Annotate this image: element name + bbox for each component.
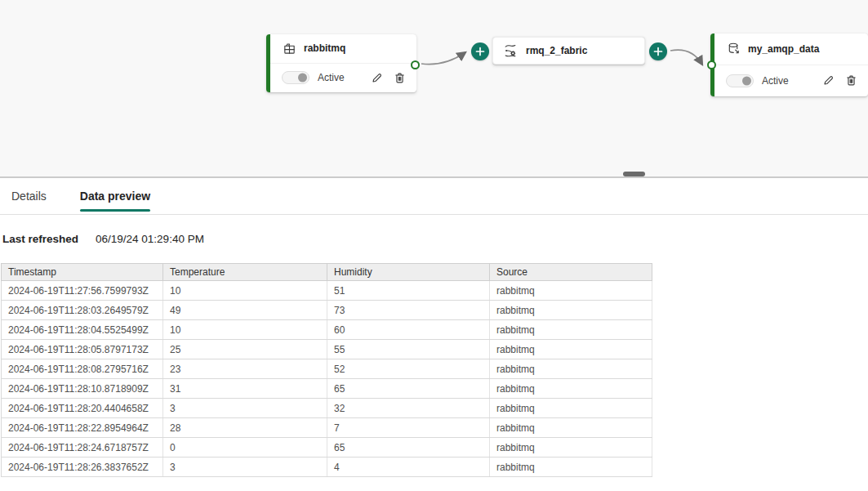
- cell-temperature: 3: [163, 458, 327, 477]
- table-row: 2024-06-19T11:28:03.2649579Z 49 73 rabbi…: [2, 301, 652, 320]
- delete-icon[interactable]: [844, 74, 858, 88]
- destination-node-my-amqp-data[interactable]: my_amqp_data Active: [710, 33, 868, 96]
- cell-source: rabbitmq: [490, 320, 652, 340]
- toggle-knob: [742, 76, 751, 85]
- rabbitmq-source-icon: [282, 41, 296, 56]
- cell-timestamp: 2024-06-19T11:28:03.2649579Z: [2, 301, 163, 320]
- cell-temperature: 10: [163, 281, 327, 301]
- last-refreshed-row: Last refreshed 06/19/24 01:29:40 PM: [2, 233, 204, 245]
- cell-source: rabbitmq: [490, 281, 652, 301]
- cell-source: rabbitmq: [490, 458, 652, 477]
- cell-humidity: 55: [327, 340, 490, 359]
- toggle-knob: [298, 74, 307, 83]
- panel-resize-handle[interactable]: [623, 172, 645, 176]
- eventstream-icon: [503, 43, 518, 58]
- status-label: Active: [318, 72, 345, 83]
- cell-timestamp: 2024-06-19T11:28:05.8797173Z: [2, 340, 163, 359]
- table-row: 2024-06-19T11:28:08.2795716Z 23 52 rabbi…: [2, 359, 652, 379]
- table-row: 2024-06-19T11:28:10.8718909Z 31 65 rabbi…: [2, 379, 652, 399]
- cell-humidity: 60: [327, 320, 490, 340]
- database-destination-icon: [726, 42, 741, 56]
- cell-timestamp: 2024-06-19T11:28:08.2795716Z: [2, 359, 163, 379]
- table-row: 2024-06-19T11:28:20.4404658Z 3 32 rabbit…: [2, 399, 652, 418]
- cell-humidity: 52: [327, 359, 490, 379]
- eventstream-page: rabbitmq Active: [0, 0, 868, 491]
- node-title: my_amqp_data: [748, 43, 819, 55]
- column-header-source: Source: [490, 264, 652, 281]
- cell-timestamp: 2024-06-19T11:28:22.8954964Z: [2, 418, 163, 438]
- flow-canvas[interactable]: rabbitmq Active: [0, 0, 868, 176]
- last-refreshed-label: Last refreshed: [2, 233, 78, 245]
- edit-icon[interactable]: [821, 74, 835, 88]
- cell-temperature: 3: [163, 399, 327, 418]
- edge-source-to-plus: [421, 52, 465, 65]
- cell-temperature: 10: [163, 320, 327, 340]
- cell-timestamp: 2024-06-19T11:28:26.3837652Z: [2, 458, 163, 477]
- cell-timestamp: 2024-06-19T11:28:24.6718757Z: [2, 438, 163, 458]
- table-row: 2024-06-19T11:27:56.7599793Z 10 51 rabbi…: [2, 281, 652, 301]
- cell-source: rabbitmq: [490, 379, 652, 399]
- tab-data-preview[interactable]: Data preview: [80, 178, 150, 214]
- source-output-port[interactable]: [411, 60, 420, 69]
- plus-icon: [653, 47, 663, 56]
- cell-timestamp: 2024-06-19T11:28:04.5525499Z: [2, 320, 163, 340]
- cell-source: rabbitmq: [490, 438, 652, 458]
- cell-humidity: 7: [327, 418, 490, 438]
- table-row: 2024-06-19T11:28:04.5525499Z 10 60 rabbi…: [2, 320, 652, 340]
- cell-source: rabbitmq: [490, 340, 652, 359]
- cell-timestamp: 2024-06-19T11:28:10.8718909Z: [2, 379, 163, 399]
- source-node-rabbitmq[interactable]: rabbitmq Active: [266, 34, 416, 92]
- cell-timestamp: 2024-06-19T11:27:56.7599793Z: [2, 281, 163, 301]
- table-header-row: Timestamp Temperature Humidity Source: [2, 264, 652, 281]
- active-toggle[interactable]: [726, 74, 754, 87]
- cell-temperature: 49: [163, 301, 327, 320]
- column-header-temperature: Temperature: [163, 264, 327, 281]
- cell-humidity: 65: [327, 379, 490, 399]
- cell-source: rabbitmq: [490, 399, 652, 418]
- cell-humidity: 51: [327, 281, 490, 301]
- delete-icon[interactable]: [392, 70, 407, 85]
- edge-plus-to-destination: [670, 50, 702, 65]
- cell-temperature: 0: [163, 438, 327, 458]
- edit-icon[interactable]: [369, 70, 384, 85]
- table-row: 2024-06-19T11:28:05.8797173Z 25 55 rabbi…: [2, 340, 652, 359]
- cell-humidity: 4: [327, 458, 490, 477]
- column-header-timestamp: Timestamp: [2, 264, 163, 281]
- cell-temperature: 31: [163, 379, 327, 399]
- cell-timestamp: 2024-06-19T11:28:20.4404658Z: [2, 399, 163, 418]
- table-row: 2024-06-19T11:28:26.3837652Z 3 4 rabbitm…: [2, 458, 652, 477]
- add-node-button-right[interactable]: [649, 42, 667, 60]
- active-toggle[interactable]: [282, 71, 309, 84]
- cell-temperature: 28: [163, 418, 327, 438]
- node-title: rabbitmq: [304, 42, 345, 54]
- cell-source: rabbitmq: [490, 359, 652, 379]
- cell-humidity: 73: [327, 301, 490, 320]
- destination-input-port[interactable]: [707, 60, 716, 69]
- bottom-panel-tab-bar: Details Data preview: [0, 178, 868, 215]
- cell-humidity: 32: [327, 399, 490, 418]
- table-row: 2024-06-19T11:28:24.6718757Z 0 65 rabbit…: [2, 438, 652, 458]
- cell-source: rabbitmq: [490, 418, 652, 438]
- last-refreshed-value: 06/19/24 01:29:40 PM: [96, 233, 204, 245]
- column-header-humidity: Humidity: [327, 264, 490, 281]
- node-title: rmq_2_fabric: [526, 45, 587, 56]
- data-preview-table: Timestamp Temperature Humidity Source 20…: [1, 263, 652, 477]
- cell-temperature: 23: [163, 359, 327, 379]
- cell-source: rabbitmq: [490, 301, 652, 320]
- status-label: Active: [762, 75, 789, 87]
- tab-details[interactable]: Details: [11, 178, 47, 214]
- stream-node-rmq-2-fabric[interactable]: rmq_2_fabric: [492, 37, 645, 65]
- cell-humidity: 65: [327, 438, 490, 458]
- node-accent-bar: [266, 34, 270, 92]
- add-node-button-left[interactable]: [471, 42, 489, 60]
- cell-temperature: 25: [163, 340, 327, 359]
- table-row: 2024-06-19T11:28:22.8954964Z 28 7 rabbit…: [2, 418, 652, 438]
- plus-icon: [475, 47, 485, 56]
